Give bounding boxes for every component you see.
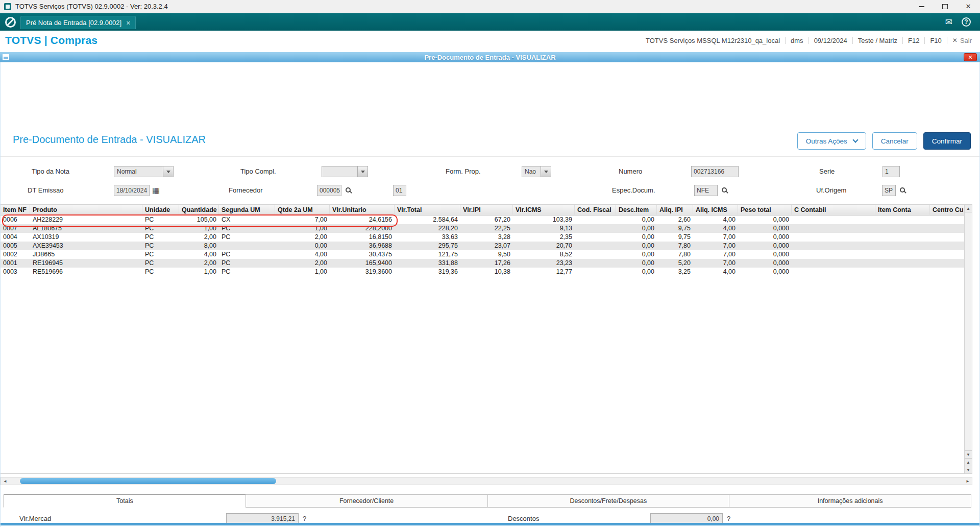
grid-cell: PC	[219, 259, 275, 268]
grid-column-header[interactable]: Qtde 2a UM	[275, 205, 330, 215]
f10-shortcut[interactable]: F10	[930, 37, 941, 44]
grid-column-header[interactable]: Vlr.Total	[395, 205, 460, 215]
grid-cell: 3,25	[657, 268, 693, 276]
grid-cell: PC	[219, 233, 275, 242]
grid-cell: PC	[142, 233, 179, 242]
espec-docum-search-icon[interactable]	[722, 187, 727, 193]
grid-horizontal-scrollbar[interactable]: ◄ ►	[1, 477, 972, 485]
grid-cell: 0,000	[738, 215, 792, 224]
tipo-da-nota-select[interactable]: Normal	[114, 166, 174, 177]
grid-cell	[875, 268, 930, 276]
grid-row[interactable]: 0002JD8665PC4,00PC4,0030,4375121,759,508…	[1, 250, 964, 259]
footer-tab-descontos-frete-despesas[interactable]: Descontos/Frete/Despesas	[487, 494, 730, 508]
confirmar-button[interactable]: Confirmar	[923, 132, 971, 150]
chevron-down-icon	[852, 137, 858, 142]
tab-pre-nota-entrada[interactable]: Pré Nota de Entrada [02.9.0002] ×	[20, 16, 136, 29]
grid-column-header[interactable]: Quantidade	[179, 205, 219, 215]
grid-row[interactable]: 0003RE519696PC1,00PC1,00319,3600319,3610…	[1, 268, 964, 276]
footer-tab-totais[interactable]: Totais	[4, 494, 246, 508]
grid-column-header[interactable]: Vlr.IPI	[460, 205, 513, 215]
grid-column-header[interactable]: Aliq. IPI	[657, 205, 693, 215]
dropdown-arrow-icon[interactable]	[163, 166, 174, 177]
grid-cell: 3,28	[460, 233, 513, 242]
grid-row[interactable]: 0006AH228229PC105,00CX7,0024,61562.584,6…	[1, 215, 964, 224]
uf-origem-search-icon[interactable]	[900, 187, 905, 193]
grid-column-header[interactable]: Unidade	[142, 205, 179, 215]
grid-cell: 7,80	[657, 242, 693, 250]
hscroll-thumb[interactable]	[20, 478, 276, 484]
fornecedor-input[interactable]: 000005	[317, 185, 341, 196]
grid-cell: 7,80	[657, 250, 693, 259]
environment-label: TOTVS Serviços MSSQL M12r2310_qa_local	[646, 37, 780, 44]
record-down-icon[interactable]: ▼	[965, 466, 972, 473]
grid-column-header[interactable]: Vlr.Unitario	[330, 205, 395, 215]
help-icon[interactable]: ?	[962, 17, 971, 27]
grid-cell: 2,00	[275, 259, 330, 268]
f12-shortcut[interactable]: F12	[908, 37, 919, 44]
grid-column-header[interactable]: Centro Cus	[930, 205, 963, 215]
grid-cell: 1,00	[179, 268, 219, 276]
exit-label: Sair	[960, 37, 972, 44]
dialog-close-button[interactable]: ✕	[964, 53, 977, 61]
espec-docum-input[interactable]: NFE	[694, 185, 718, 196]
grid-cell: 16,8150	[330, 233, 395, 242]
totvs-logo-icon[interactable]	[5, 17, 16, 28]
serie-input[interactable]: 1	[883, 166, 900, 177]
grid-column-header[interactable]: Vlr.ICMS	[513, 205, 575, 215]
grid-column-header[interactable]: Item Conta	[875, 205, 930, 215]
grid-column-header[interactable]: Peso total	[738, 205, 792, 215]
scroll-down-icon[interactable]: ▼	[965, 450, 972, 458]
tipo-compl-select[interactable]	[322, 166, 368, 177]
scroll-left-icon[interactable]: ◄	[1, 477, 9, 485]
grid-column-header[interactable]: Cod. Fiscal	[575, 205, 616, 215]
form-prop-select[interactable]: Nao	[522, 166, 551, 177]
grid-row[interactable]: 0007AL180675PC1,00PC1,00228,2000228,2022…	[1, 224, 964, 233]
grid-column-header[interactable]: Aliq. ICMS	[693, 205, 738, 215]
grid-row[interactable]: 0001RE196945PC2,00PC2,00165,9400331,8817…	[1, 259, 964, 268]
grid-cell: 105,00	[179, 215, 219, 224]
grid-column-header[interactable]: Segunda UM	[219, 205, 275, 215]
dt-emissao-input[interactable]: 18/10/2024	[114, 185, 150, 196]
grid-cell: 0002	[1, 250, 30, 259]
mail-icon[interactable]: ✉	[945, 17, 952, 28]
grid-cell	[930, 250, 963, 259]
dropdown-arrow-icon[interactable]	[357, 166, 368, 177]
grid-cell: 0,000	[738, 233, 792, 242]
grid-column-header[interactable]: Item NF	[1, 205, 30, 215]
window-titlebar: TOTVS Serviços (TOTVS) 02.9.0002 - Ver: …	[0, 0, 980, 13]
scroll-right-icon[interactable]: ►	[964, 477, 972, 485]
minimize-button[interactable]	[910, 0, 933, 13]
tab-close-icon[interactable]: ×	[126, 19, 130, 27]
maximize-button[interactable]	[933, 0, 957, 13]
fornecedor-search-icon[interactable]	[346, 187, 351, 193]
grid-vertical-scrollbar[interactable]: ▲ ▼ ▲ ▼	[964, 204, 972, 474]
outras-acoes-button[interactable]: Outras Ações	[797, 132, 866, 150]
branch-label: Teste / Matriz	[858, 37, 897, 44]
grid-column-header[interactable]: Desc.Item	[616, 205, 657, 215]
outras-acoes-label: Outras Ações	[806, 137, 847, 145]
calendar-icon[interactable]: ▦	[152, 186, 160, 195]
grid-column-header[interactable]: Produto	[30, 205, 142, 215]
close-window-button[interactable]: ✕	[957, 0, 980, 13]
dialog-titlebar[interactable]: Pre-Documento de Entrada - VISUALIZAR ✕	[0, 52, 980, 62]
grid-cell	[930, 268, 963, 276]
loja-input[interactable]: 01	[393, 185, 406, 196]
dropdown-arrow-icon[interactable]	[541, 166, 551, 177]
cancelar-button[interactable]: Cancelar	[872, 132, 917, 150]
record-up-icon[interactable]: ▲	[965, 458, 972, 466]
exit-button[interactable]: ✕ Sair	[952, 37, 972, 44]
grid-row[interactable]: 0004AX10319PC2,00PC2,0016,815033,633,282…	[1, 233, 964, 242]
footer-tab-fornecedor-cliente[interactable]: Fornecedor/Cliente	[246, 494, 488, 508]
footer-tab-informa-es-adicionais[interactable]: Informações adicionais	[729, 494, 971, 508]
grid-cell	[930, 224, 963, 233]
hscroll-track[interactable]	[9, 477, 964, 485]
grid-cell: 0,00	[616, 224, 657, 233]
brand-title: TOTVS | Compras	[0, 34, 97, 46]
grid-cell: 36,9688	[330, 242, 395, 250]
numero-input[interactable]: 002713166	[691, 166, 739, 177]
grid-column-header[interactable]: C Contabil	[792, 205, 875, 215]
scroll-up-icon[interactable]: ▲	[965, 205, 972, 212]
workspace-tabbar: Pré Nota de Entrada [02.9.0002] × ✉ ?	[0, 13, 980, 31]
grid-row[interactable]: 0005AXE39453PC8,000,0036,9688295,7523,07…	[1, 242, 964, 250]
uf-origem-input[interactable]: SP	[882, 185, 896, 196]
